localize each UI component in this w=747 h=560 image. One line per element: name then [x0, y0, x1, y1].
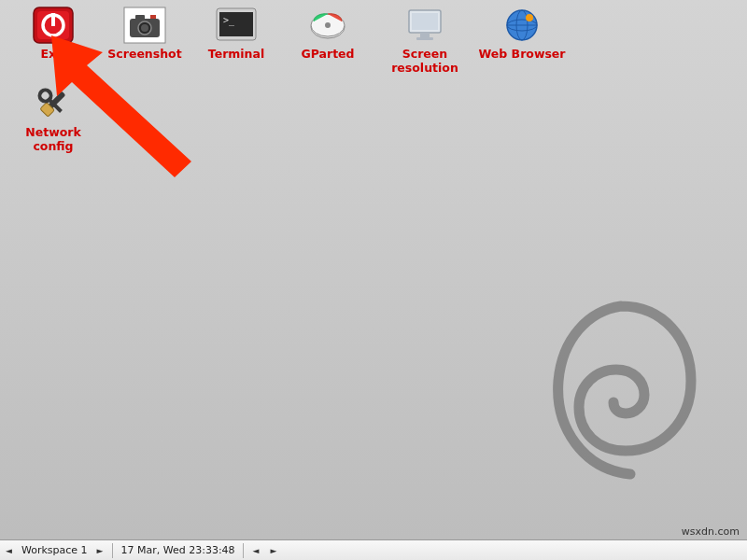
- svg-point-8: [141, 24, 148, 32]
- desktop-icon-label: Web Browser: [478, 47, 565, 61]
- desktop-icon-gparted[interactable]: GParted: [282, 6, 374, 75]
- desktop-icon-screen-resolution[interactable]: Screen resolution: [374, 6, 476, 75]
- workspace-next-button[interactable]: ►: [92, 546, 109, 555]
- svg-rect-18: [420, 33, 430, 37]
- desktop-icon-label: Terminal: [208, 47, 264, 61]
- taskbar-nav-right[interactable]: ►: [265, 546, 283, 555]
- desktop-icon-screenshot[interactable]: Screenshot: [99, 6, 190, 75]
- svg-rect-19: [416, 37, 433, 40]
- desktop-icon-row-2: Network config: [0, 78, 747, 153]
- monitor-icon: [402, 6, 447, 45]
- tools-icon: [31, 84, 76, 123]
- taskbar-separator: [112, 543, 113, 558]
- power-icon: [31, 6, 76, 45]
- svg-text:>_: >_: [223, 15, 235, 26]
- svg-rect-6: [135, 15, 145, 21]
- svg-rect-3: [51, 13, 55, 26]
- workspace-label[interactable]: Workspace 1: [18, 544, 92, 556]
- debian-logo: [542, 287, 700, 483]
- desktop-icon-label: Exit: [41, 47, 66, 61]
- desktop-icon-label: Screen resolution: [374, 47, 476, 75]
- svg-rect-17: [412, 13, 438, 30]
- desktop-icon-label: Network config: [7, 125, 99, 153]
- desktop-icon-row-1: Exit Screenshot >_: [0, 0, 747, 75]
- desktop-icon-label: Screenshot: [107, 47, 181, 61]
- svg-point-24: [526, 14, 533, 21]
- desktop-icon-terminal[interactable]: >_ Terminal: [190, 6, 282, 75]
- taskbar: ◄ Workspace 1 ► 17 Mar, Wed 23:33:48 ◄ ►: [0, 539, 747, 560]
- taskbar-separator: [243, 543, 244, 558]
- svg-point-15: [325, 22, 331, 28]
- camera-icon: [122, 6, 167, 45]
- desktop: Exit Screenshot >_: [0, 0, 747, 539]
- terminal-icon: >_: [214, 6, 259, 45]
- svg-rect-9: [150, 15, 156, 19]
- desktop-icon-exit[interactable]: Exit: [7, 6, 99, 75]
- globe-icon: [500, 6, 544, 45]
- watermark: wsxdn.com: [682, 525, 740, 538]
- disk-icon: [305, 6, 350, 45]
- desktop-icon-network-config[interactable]: Network config: [7, 84, 99, 153]
- workspace-prev-button[interactable]: ◄: [0, 546, 18, 555]
- taskbar-nav-left[interactable]: ◄: [247, 546, 265, 555]
- desktop-icon-label: GParted: [301, 47, 354, 61]
- desktop-icon-web-browser[interactable]: Web Browser: [476, 6, 568, 75]
- taskbar-clock: 17 Mar, Wed 23:33:48: [117, 544, 238, 556]
